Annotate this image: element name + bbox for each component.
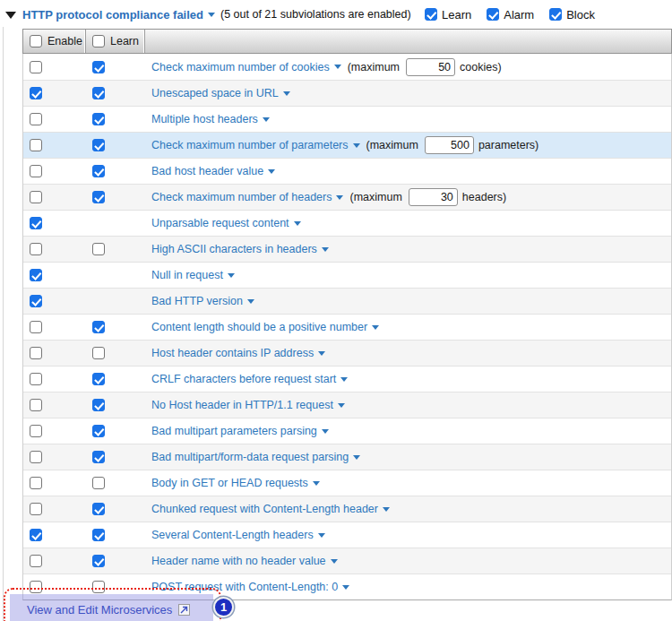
subviolation-dropdown-icon[interactable]	[353, 143, 360, 148]
subviolation-link[interactable]: Multiple host headers	[151, 113, 258, 125]
enable-checkbox[interactable]	[30, 61, 42, 73]
subviolation-link[interactable]: Null in request	[151, 269, 223, 281]
subviolation-dropdown-icon[interactable]	[383, 507, 390, 512]
subviolation-dropdown-icon[interactable]	[322, 247, 329, 252]
enable-checkbox[interactable]	[30, 243, 42, 255]
subviolation-link[interactable]: Unescaped space in URL	[151, 87, 279, 99]
learn-cell	[86, 54, 145, 80]
microservices-callout-highlight: View and Edit Microservices	[10, 594, 213, 621]
subviolation-dropdown-icon[interactable]	[318, 533, 325, 538]
learn-checkbox[interactable]	[92, 399, 105, 411]
subviolation-link[interactable]: High ASCII characters in headers	[151, 243, 317, 255]
max-value-input[interactable]	[409, 188, 458, 206]
learn-checkbox[interactable]	[92, 243, 105, 255]
subviolation-link[interactable]: Check maximum number of parameters	[151, 139, 349, 151]
section-collapse-icon[interactable]	[5, 12, 16, 19]
subviolation-dropdown-icon[interactable]	[336, 195, 343, 200]
subviolation-dropdown-icon[interactable]	[353, 455, 360, 460]
flag-checkbox[interactable]	[487, 8, 499, 21]
enable-cell	[23, 496, 86, 522]
max-value-input[interactable]	[425, 136, 474, 154]
enable-checkbox[interactable]	[30, 295, 42, 307]
learn-cell	[86, 392, 145, 418]
enable-all-checkbox[interactable]	[30, 35, 42, 47]
learn-checkbox[interactable]	[92, 529, 105, 541]
learn-checkbox[interactable]	[92, 373, 105, 385]
learn-checkbox[interactable]	[92, 191, 105, 203]
learn-checkbox[interactable]	[92, 165, 105, 177]
subviolation-dropdown-icon[interactable]	[342, 585, 349, 590]
subviolation-link[interactable]: Content length should be a positive numb…	[151, 321, 367, 333]
learn-checkbox[interactable]	[92, 555, 105, 567]
view-edit-microservices-link[interactable]: View and Edit Microservices	[27, 603, 172, 617]
learn-checkbox[interactable]	[92, 503, 105, 515]
subviolation-dropdown-icon[interactable]	[331, 559, 338, 564]
violation-title-dropdown-icon[interactable]	[208, 13, 215, 17]
learn-checkbox[interactable]	[92, 477, 105, 489]
enable-checkbox[interactable]	[30, 529, 42, 541]
learn-checkbox[interactable]	[92, 139, 105, 151]
subviolation-link[interactable]: Chunked request with Content-Length head…	[151, 503, 378, 515]
subviolation-dropdown-icon[interactable]	[313, 481, 320, 486]
learn-checkbox[interactable]	[92, 425, 105, 437]
subviolation-dropdown-icon[interactable]	[228, 273, 235, 278]
subviolation-dropdown-icon[interactable]	[334, 65, 341, 69]
enable-checkbox[interactable]	[30, 477, 42, 489]
learn-checkbox[interactable]	[92, 61, 105, 73]
enable-checkbox[interactable]	[30, 503, 42, 515]
learn-checkbox[interactable]	[92, 451, 105, 463]
subviolation-link[interactable]: CRLF characters before request start	[151, 373, 336, 385]
learn-cell	[86, 418, 145, 444]
enable-checkbox[interactable]	[30, 373, 42, 385]
subviolation-dropdown-icon[interactable]	[263, 117, 270, 122]
learn-checkbox[interactable]	[92, 347, 105, 359]
learn-checkbox[interactable]	[92, 87, 105, 99]
learn-all-checkbox[interactable]	[92, 35, 105, 47]
enable-checkbox[interactable]	[30, 321, 42, 333]
subviolation-link[interactable]: Check maximum number of headers	[151, 191, 332, 203]
subviolation-link[interactable]: Bad multipart/form-data request parsing	[151, 451, 349, 463]
enable-checkbox[interactable]	[30, 87, 42, 99]
enable-checkbox[interactable]	[30, 555, 42, 567]
violation-title-link[interactable]: HTTP protocol compliance failed	[22, 8, 203, 22]
enable-checkbox[interactable]	[30, 165, 42, 177]
enable-checkbox[interactable]	[30, 139, 42, 151]
subviolation-dropdown-icon[interactable]	[247, 299, 254, 304]
flag-checkbox[interactable]	[425, 8, 437, 21]
enable-checkbox[interactable]	[30, 191, 42, 203]
flag-checkbox[interactable]	[549, 8, 562, 21]
subviolation-dropdown-icon[interactable]	[372, 325, 379, 330]
enable-checkbox[interactable]	[30, 269, 42, 281]
learn-cell	[86, 548, 145, 574]
subviolation-link[interactable]: Header name with no header value	[151, 555, 326, 567]
enable-checkbox[interactable]	[30, 425, 42, 437]
subviolation-dropdown-icon[interactable]	[268, 169, 275, 174]
learn-checkbox[interactable]	[92, 113, 105, 125]
enable-checkbox[interactable]	[30, 451, 42, 463]
subviolation-link[interactable]: Several Content-Length headers	[151, 529, 314, 541]
subviolation-dropdown-icon[interactable]	[322, 429, 329, 434]
enable-checkbox[interactable]	[30, 347, 42, 359]
max-value-input[interactable]	[406, 58, 455, 76]
subviolation-cell: Unescaped space in URL	[145, 81, 671, 106]
subviolation-link[interactable]: Unparsable request content	[151, 217, 289, 229]
subviolation-link[interactable]: Bad HTTP version	[151, 295, 243, 307]
enable-checkbox[interactable]	[30, 399, 42, 411]
learn-checkbox[interactable]	[92, 321, 105, 333]
subviolation-cell: Header name with no header value	[145, 548, 671, 574]
subviolation-link[interactable]: Body in GET or HEAD requests	[151, 477, 308, 489]
subviolation-dropdown-icon[interactable]	[294, 221, 301, 226]
subviolation-dropdown-icon[interactable]	[338, 403, 345, 408]
external-link-icon[interactable]	[178, 604, 190, 616]
enable-checkbox[interactable]	[30, 217, 42, 229]
enable-checkbox[interactable]	[30, 113, 42, 125]
subviolation-link[interactable]: Check maximum number of cookies	[151, 61, 330, 73]
subviolation-link[interactable]: Bad multipart parameters parsing	[151, 425, 317, 437]
subviolation-link[interactable]: No Host header in HTTP/1.1 request	[151, 399, 333, 411]
subviolation-link[interactable]: Host header contains IP address	[151, 347, 314, 359]
violation-header-bar: HTTP protocol compliance failed (5 out o…	[0, 0, 672, 29]
subviolation-dropdown-icon[interactable]	[340, 377, 348, 382]
subviolation-link[interactable]: Bad host header value	[151, 165, 263, 177]
subviolation-dropdown-icon[interactable]	[283, 91, 290, 96]
subviolation-dropdown-icon[interactable]	[318, 351, 325, 356]
